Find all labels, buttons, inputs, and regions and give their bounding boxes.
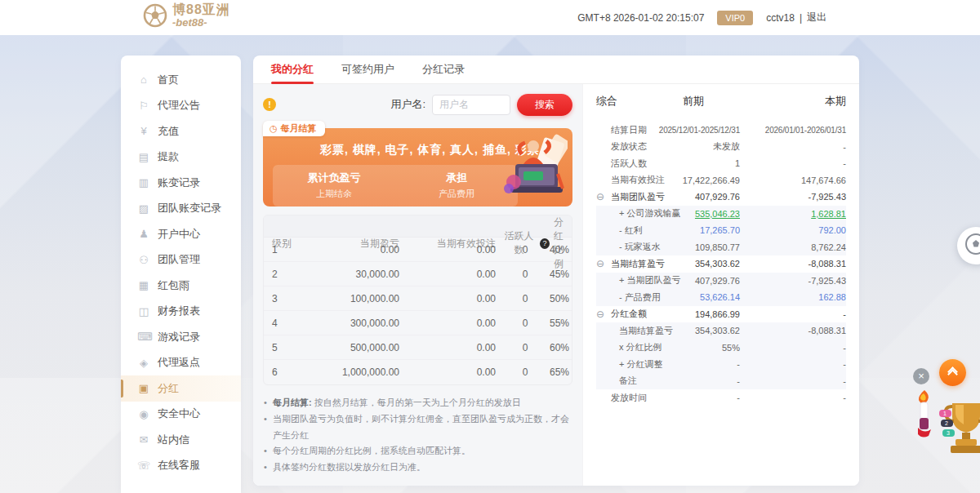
summary-prev-value: - — [637, 376, 740, 386]
sidebar-item-red-packet[interactable]: ▦红包雨 — [121, 273, 241, 299]
sidebar-item-label: 提款 — [158, 149, 179, 164]
brand-logo[interactable]: 博88亚洲 -bet88- — [143, 3, 230, 28]
summary-cur-value: -8,088.31 — [740, 326, 846, 335]
table-body: 10.000.00040%230,000.000.00045%3100,000.… — [264, 238, 572, 384]
summary-prev-value: 17,265.70 — [643, 225, 740, 235]
summary-row: - 产品费用53,626.14162.88 — [596, 289, 846, 306]
tab-3[interactable]: 分红记录 — [422, 56, 465, 84]
table-cell: 60% — [550, 342, 569, 353]
summary-row: + 当期团队盈亏407,929.76-7,925.43 — [596, 273, 846, 290]
brand-line2: -bet88- — [172, 17, 230, 29]
summary-row: ⊖当期结算盈亏354,303.62-8,088.31 — [596, 255, 846, 273]
sidebar-item-account-records[interactable]: ▥账变记录 — [121, 170, 241, 196]
collapse-icon[interactable]: ⊖ — [596, 191, 604, 202]
svg-text:1: 1 — [943, 411, 947, 416]
summary-prev-value[interactable]: 535,046.23 — [680, 209, 740, 219]
sidebar-item-finance-report[interactable]: ◫财务报表 — [121, 299, 241, 325]
security-icon: ◉ — [137, 408, 150, 420]
trophy-decoration: 1 2 3 — [938, 397, 980, 465]
summary-prev-value: 194,866.99 — [647, 309, 740, 319]
summary-row: x 分红比例55%- — [596, 340, 846, 357]
summary-prev-value: 407,929.76 — [680, 276, 740, 286]
search-button[interactable]: 搜索 — [517, 94, 572, 116]
summary-rows: 结算日期2025/12/01-2025/12/312026/01/01-2026… — [596, 122, 846, 406]
top-bar: 博88亚洲 -bet88- GMT+8 2026-01-02 20:15:07 … — [0, 0, 980, 35]
sidebar-item-label: 在线客服 — [158, 458, 200, 473]
tab-1[interactable]: 我的分红 — [271, 56, 314, 84]
dividend-summary-panel: 综合 前期 本期 结算日期2025/12/01-2025/12/312026/0… — [582, 84, 859, 486]
summary-cur-value: - — [740, 359, 846, 369]
divider: | — [800, 12, 802, 24]
summary-prev-value: 407,929.76 — [665, 192, 740, 202]
sidebar-item-account-open[interactable]: ♟开户中心 — [121, 221, 241, 247]
sidebar-item-security[interactable]: ◉安全中心 — [121, 402, 241, 428]
sidebar-item-home[interactable]: ⌂首页 — [121, 67, 241, 93]
dividend-tier-table: 级别当期盈亏当期有效投注活跃人数?分红比例 10.000.00040%230,0… — [263, 215, 572, 385]
sidebar-item-dividend[interactable]: ▣分红 — [121, 375, 241, 402]
summary-row: 发放时间-- — [596, 389, 846, 406]
note-bold: 每月结算: — [273, 398, 312, 407]
warning-icon[interactable]: ! — [263, 98, 276, 111]
floating-ball-widget[interactable] — [957, 227, 980, 264]
summary-row: + 公司游戏输赢535,046.231,628.81 — [596, 206, 846, 223]
sidebar-item-label: 充值 — [158, 124, 179, 139]
sidebar-item-game-records[interactable]: ⌨游戏记录 — [121, 324, 241, 350]
summary-prev-value: - — [662, 359, 740, 369]
table-cell: 4 — [272, 318, 308, 329]
soccer-ball-icon — [143, 3, 167, 28]
note-item: 当期团队盈亏为负值时，则不计算分红佣金，直至团队盈亏成为正数，才会产生分红 — [263, 411, 572, 444]
summary-header-prev: 前期 — [617, 94, 740, 109]
close-icon[interactable]: × — [913, 368, 929, 384]
table-cell: 0 — [501, 318, 550, 329]
table-cell: 0 — [501, 293, 550, 304]
summary-label: - 红利 — [619, 224, 643, 237]
tab-2[interactable]: 可签约用户 — [341, 56, 394, 84]
sidebar-item-label: 首页 — [158, 73, 179, 87]
table-cell: 2 — [272, 269, 308, 280]
sidebar-item-withdraw[interactable]: ▤提款 — [121, 144, 241, 171]
collapse-icon[interactable]: ⊖ — [596, 258, 604, 269]
server-time: GMT+8 2026-01-02 20:15:07 — [577, 12, 704, 24]
table-cell: 0.00 — [404, 342, 501, 353]
table-cell: 5 — [272, 342, 308, 353]
user-cluster: cctv18 | 退出 — [766, 11, 826, 24]
summary-prev-value: 109,850.77 — [661, 242, 740, 252]
sidebar-item-announcement[interactable]: ⚐代理公告 — [121, 93, 241, 119]
sidebar-item-label: 账变记录 — [158, 175, 200, 190]
username[interactable]: cctv18 — [766, 12, 795, 24]
sidebar-item-deposit[interactable]: ¥充值 — [121, 118, 241, 144]
summary-label: - 产品费用 — [619, 291, 661, 304]
back-to-top-button[interactable] — [939, 359, 966, 386]
table-cell: 0 — [501, 244, 550, 255]
summary-cur-value: 147,674.66 — [740, 175, 846, 185]
service-icon: ☏ — [137, 460, 150, 472]
sidebar-item-mail[interactable]: ✉站内信 — [121, 427, 241, 453]
summary-cur-value: 8,762.24 — [740, 242, 846, 252]
sidebar-item-team-records[interactable]: ▨团队账变记录 — [121, 196, 241, 222]
logout-link[interactable]: 退出 — [807, 11, 826, 24]
sidebar-item-rebate[interactable]: ◈代理返点 — [121, 350, 241, 376]
table-cell: 0 — [501, 342, 550, 353]
summary-label: 结算日期 — [611, 124, 647, 136]
mail-icon: ✉ — [137, 433, 150, 446]
collapse-icon[interactable]: ⊖ — [596, 309, 604, 320]
brand-line1: 博88亚洲 — [172, 3, 230, 17]
table-cell: 0.00 — [404, 293, 501, 304]
summary-prev-value: 55% — [662, 343, 740, 353]
summary-header-label: 综合 — [596, 94, 617, 109]
sidebar-item-label: 财务报表 — [158, 304, 200, 318]
username-input[interactable] — [432, 95, 510, 115]
table-cell: 30,000.00 — [308, 269, 404, 280]
summary-label: 当期团队盈亏 — [611, 191, 665, 203]
summary-cur-value[interactable]: 1,628.81 — [740, 209, 846, 219]
sidebar-item-team-manage[interactable]: ⚇团队管理 — [121, 247, 241, 273]
summary-header: 综合 前期 本期 — [596, 94, 846, 109]
table-row: 61,000,000.000.00065% — [264, 360, 572, 384]
sidebar-item-label: 红包雨 — [158, 278, 189, 293]
announcement-icon: ⚐ — [137, 100, 150, 112]
summary-row: 结算日期2025/12/01-2025/12/312026/01/01-2026… — [596, 122, 846, 139]
deposit-icon: ¥ — [137, 125, 150, 137]
sidebar-item-service[interactable]: ☏在线客服 — [121, 453, 241, 479]
rebate-icon: ◈ — [137, 357, 150, 369]
summary-cur-value: - — [740, 343, 846, 353]
